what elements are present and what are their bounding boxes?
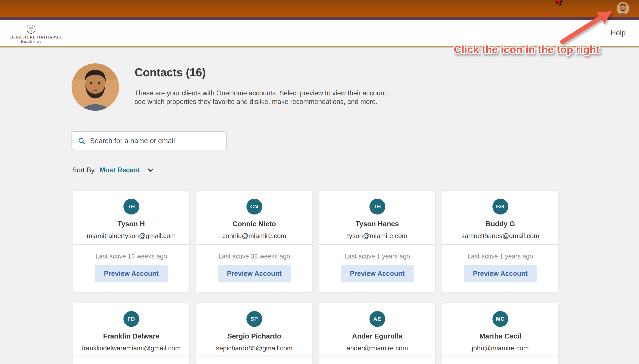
agent-avatar — [72, 63, 119, 111]
contact-name: Franklin Delware — [103, 332, 159, 340]
contact-name: Buddy G — [486, 220, 515, 228]
contact-initials-avatar: FD — [123, 311, 139, 327]
preview-account-button[interactable]: Preview Account — [95, 265, 168, 282]
brand-name: BERKSHIRE HATHAWAY — [10, 35, 52, 40]
cursor-icon — [556, 0, 565, 6]
profile-menu-avatar[interactable] — [616, 2, 629, 15]
contact-email: sepichardo85@gmail.com — [216, 344, 292, 352]
contact-initials-avatar: AE — [370, 311, 385, 327]
contact-email: connie@miamire.com — [222, 232, 286, 240]
preview-account-button[interactable]: Preview Account — [341, 265, 414, 282]
contact-name: Martha Cecil — [479, 332, 521, 340]
contact-email: miamitrainertyson@gmail.com — [87, 232, 176, 240]
page-title: Contacts (16) — [135, 65, 390, 80]
contact-card-bottom — [319, 357, 435, 364]
sort-control[interactable]: Sort By: Most Recent — [72, 166, 154, 174]
contact-initials-avatar: TH — [370, 199, 385, 214]
contact-card-bottom: Last active 1 years ago Preview Account — [442, 245, 558, 292]
contact-card: FD Franklin Delware franklindelwaremiami… — [73, 303, 189, 364]
page-intro: Contacts (16) These are your clients wit… — [135, 65, 390, 106]
contact-card: MC Martha Cecil john@miamire.com — [442, 303, 558, 364]
last-active-text: Last active 38 weeks ago — [218, 253, 290, 260]
contact-name: Tyson Hanes — [356, 220, 399, 228]
page-description: These are your clients with OneHome acco… — [135, 89, 390, 106]
contact-card-top: CN Connie Nieto connie@miamire.com — [196, 190, 312, 245]
contact-name: Tyson H — [118, 220, 145, 228]
last-active-text: Last active 1 years ago — [344, 253, 410, 260]
top-bar — [0, 0, 639, 17]
brand-logo[interactable]: BH HS BERKSHIRE HATHAWAY HomeServices — [10, 24, 52, 44]
contact-email: samuelthanes@gmail.com — [461, 232, 539, 240]
contact-card-top: MC Martha Cecil john@miamire.com — [442, 303, 558, 357]
contact-name: Connie Nieto — [233, 220, 276, 228]
preview-account-button[interactable]: Preview Account — [464, 265, 537, 282]
site-header: BH HS BERKSHIRE HATHAWAY HomeServices He… — [0, 20, 639, 48]
contact-email: ander@miamire.com — [347, 344, 408, 352]
sort-label: Sort By: — [72, 166, 96, 174]
search-box — [72, 131, 227, 150]
contact-card: TH Tyson Hanes tyson@miamire.com Last ac… — [319, 190, 435, 292]
contact-email: franklindelwaremiami@gmail.com — [82, 344, 181, 352]
contact-card-top: TH Tyson Hanes tyson@miamire.com — [319, 190, 435, 245]
contact-card-top: BG Buddy G samuelthanes@gmail.com — [442, 190, 558, 245]
contact-card: SP Sergio Pichardo sepichardo85@gmail.co… — [196, 303, 312, 364]
chevron-down-icon[interactable] — [148, 168, 154, 172]
contact-card-bottom — [73, 357, 189, 364]
contact-email: tyson@miamire.com — [347, 232, 408, 240]
contact-initials-avatar: SP — [246, 311, 262, 327]
last-active-text: Last active 1 years ago — [467, 253, 533, 260]
brand-subname: HomeServices — [10, 40, 52, 44]
contact-card-top: AE Ander Egurolla ander@miamire.com — [319, 303, 435, 357]
contact-email: john@miamire.com — [472, 344, 529, 352]
contact-card-bottom: Last active 38 weeks ago Preview Account — [196, 245, 312, 292]
contact-card: AE Ander Egurolla ander@miamire.com — [319, 303, 435, 364]
contact-card-bottom — [196, 357, 312, 364]
help-link[interactable]: Help — [611, 29, 625, 37]
last-active-text: Last active 13 weeks ago — [96, 253, 167, 260]
contact-name: Sergio Pichardo — [227, 332, 281, 340]
contact-card-bottom: Last active 1 years ago Preview Account — [319, 245, 435, 292]
contact-initials-avatar: CN — [246, 199, 262, 214]
contact-card-top: SP Sergio Pichardo sepichardo85@gmail.co… — [196, 303, 312, 357]
sort-value[interactable]: Most Recent — [100, 166, 140, 174]
contact-card: CN Connie Nieto connie@miamire.com Last … — [196, 190, 312, 292]
preview-account-button[interactable]: Preview Account — [218, 265, 291, 282]
contact-card: TH Tyson H miamitrainertyson@gmail.com L… — [73, 190, 189, 292]
contact-card-top: FD Franklin Delware franklindelwaremiami… — [73, 303, 189, 357]
contact-initials-avatar: TH — [123, 199, 139, 214]
contact-card: BG Buddy G samuelthanes@gmail.com Last a… — [442, 190, 558, 292]
search-input[interactable] — [90, 136, 223, 145]
contact-card-top: TH Tyson H miamitrainertyson@gmail.com — [73, 190, 189, 245]
contacts-grid: TH Tyson H miamitrainertyson@gmail.com L… — [73, 190, 559, 364]
contact-card-bottom — [442, 357, 558, 364]
contact-initials-avatar: BG — [492, 199, 508, 214]
emblem-text-bottom: HS — [30, 29, 33, 32]
contact-card-bottom: Last active 13 weeks ago Preview Account — [73, 245, 189, 292]
brand-accent-strip — [0, 17, 639, 20]
contact-name: Ander Egurolla — [352, 332, 403, 340]
brand-emblem-icon: BH HS — [27, 24, 36, 34]
search-icon — [78, 137, 86, 145]
contact-initials-avatar: MC — [492, 311, 508, 327]
